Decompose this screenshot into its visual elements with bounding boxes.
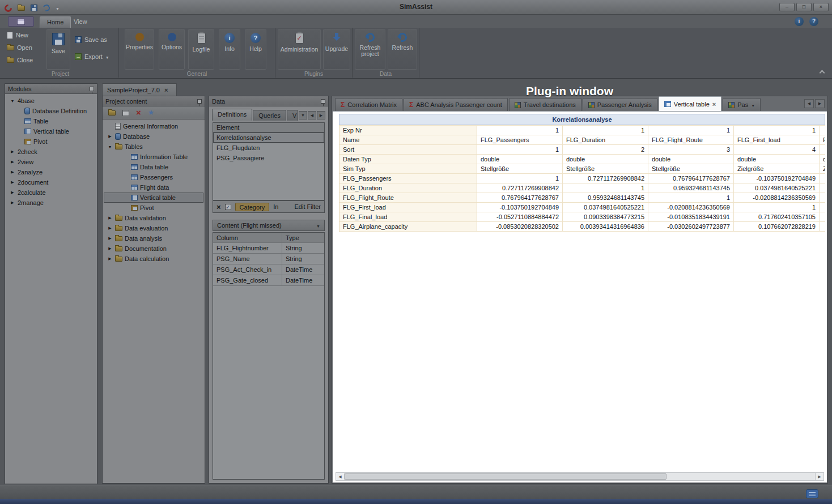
plugin-tab-correlation-matrix[interactable]: Correlation Matrix	[335, 98, 402, 111]
scroll-left-icon[interactable]	[336, 473, 345, 480]
ribbon-collapse-icon[interactable]	[820, 70, 825, 76]
tree-item[interactable]: Table	[6, 116, 96, 126]
expander-icon[interactable]	[107, 236, 113, 241]
tree-item[interactable]: Pivot	[104, 203, 203, 213]
pin-icon[interactable]	[90, 87, 94, 91]
expander-icon[interactable]	[107, 257, 113, 261]
column-row[interactable]: FLG_Flightnumber String	[213, 243, 324, 254]
administration-button[interactable]: Administration	[278, 29, 321, 70]
tree-item[interactable]: Data calculation	[104, 254, 203, 264]
plugin-tab-passenger-analysis[interactable]: Passenger Analysis	[583, 98, 657, 111]
content-dropdown-icon[interactable]	[316, 222, 320, 229]
favorite-icon[interactable]	[148, 109, 155, 116]
help-icon[interactable]: ?	[809, 17, 818, 26]
tree-item[interactable]: Data validation	[104, 213, 203, 223]
horizontal-scrollbar[interactable]	[336, 472, 824, 481]
element-item[interactable]: Korrelationsanalyse	[213, 133, 324, 143]
upgrade-button[interactable]: Upgrade	[323, 29, 350, 70]
app-menu-button[interactable]	[8, 16, 34, 27]
plugin-tab-travel-destinations[interactable]: Travel destinations	[509, 98, 581, 111]
new-button[interactable]: New	[7, 30, 28, 40]
panel-toggle-icon[interactable]	[806, 489, 818, 498]
pin-icon[interactable]	[197, 99, 202, 104]
grid-row[interactable]: FLG_Passengers 1 0.727117269908842 0.767…	[339, 174, 825, 183]
tree-item[interactable]: 2manage	[6, 198, 96, 208]
tree-item[interactable]: Data evaluation	[104, 223, 203, 233]
expander-icon[interactable]	[107, 246, 113, 251]
element-item[interactable]: FLG_Flugdaten	[213, 143, 324, 153]
expander-icon[interactable]	[10, 150, 15, 154]
help-button[interactable]: Help	[245, 29, 266, 70]
document-tab[interactable]: SampleProject_7.0	[102, 83, 177, 96]
grid-row[interactable]: Exp Nr 1 1 1 1 1	[339, 126, 825, 135]
document-tab-close-icon[interactable]	[164, 87, 168, 93]
info-icon[interactable]: i	[795, 17, 804, 26]
tree-item[interactable]: Data analysis	[104, 233, 203, 244]
tab-dropdown-icon[interactable]: ▼	[299, 111, 307, 119]
expander-icon[interactable]	[10, 99, 15, 103]
close-button[interactable]	[813, 3, 829, 11]
plugin-tab-vertical-table[interactable]: Vertical table	[659, 96, 721, 111]
tab-definitions[interactable]: Definitions	[212, 109, 252, 121]
export-button[interactable]: Export	[75, 52, 109, 62]
close-tab-icon[interactable]	[712, 101, 716, 108]
expander-icon[interactable]	[107, 216, 113, 220]
pin-icon[interactable]	[321, 99, 325, 104]
tree-item[interactable]: 2calculate	[6, 187, 96, 198]
tree-item[interactable]: 2check	[6, 147, 96, 157]
grid-row[interactable]: FLG_Duration 0.727117269908842 1 0.95932…	[339, 183, 825, 193]
tree-item[interactable]: Passengers	[104, 172, 203, 182]
grid-row[interactable]: Sort 1 2 3 4 5	[339, 145, 825, 155]
expander-icon[interactable]	[10, 170, 15, 174]
tree-item[interactable]: 2view	[6, 157, 96, 167]
tree-item[interactable]: Database Definition	[6, 106, 96, 116]
tab-scroll-right-icon[interactable]: ▶	[815, 99, 825, 108]
scrollbar-thumb[interactable]	[345, 473, 667, 480]
filter-checkbox[interactable]	[225, 204, 231, 210]
delete-icon[interactable]	[136, 109, 141, 117]
window-icon[interactable]	[122, 110, 129, 116]
tab-scroll-right-icon[interactable]: ▶	[317, 111, 325, 119]
tab-scroll-left-icon[interactable]: ◀	[308, 111, 316, 119]
tree-item[interactable]: 2analyze	[6, 167, 96, 177]
tab-queries[interactable]: Queries	[253, 110, 286, 121]
tree-item[interactable]: Database	[104, 131, 203, 142]
open-folder-icon[interactable]	[108, 110, 116, 116]
maximize-button[interactable]	[796, 3, 812, 11]
tree-item[interactable]: Vertical table	[6, 126, 96, 136]
expander-icon[interactable]	[10, 160, 15, 164]
expander-icon[interactable]	[107, 226, 113, 230]
close-button-ribbon[interactable]: Close	[7, 55, 33, 65]
column-row[interactable]: PSG_Act_Check_in DateTime	[213, 264, 324, 275]
expander-icon[interactable]	[10, 200, 15, 205]
tree-item[interactable]: Information Table	[104, 152, 203, 162]
tree-item[interactable]: Pivot	[6, 136, 96, 147]
minimize-button[interactable]	[779, 3, 795, 11]
logfile-button[interactable]: Logfile	[188, 29, 214, 70]
scrollbar-track[interactable]	[345, 473, 815, 480]
tree-item[interactable]: Data table	[104, 162, 203, 172]
grid-row[interactable]: Daten Typ double double double double do…	[339, 155, 825, 164]
tree-item[interactable]: Vertical table	[104, 193, 203, 203]
tree-item[interactable]: Tables	[104, 142, 203, 152]
tree-item[interactable]: 2document	[6, 177, 96, 187]
tree-item[interactable]: Documentation	[104, 244, 203, 254]
properties-button[interactable]: Properties	[125, 29, 154, 70]
save-as-button[interactable]: Save as	[75, 35, 107, 45]
expander-icon[interactable]	[10, 190, 15, 195]
open-button[interactable]: Open	[7, 42, 32, 53]
grid-row[interactable]: Name FLG_Passengers FLG_Duration FLG_Fli…	[339, 135, 825, 145]
edit-filter-button[interactable]: Edit Filter	[295, 203, 321, 210]
info-button[interactable]: Info	[219, 29, 240, 70]
plugin-tab-abc-analysis[interactable]: ABC Analysis Passenger count	[404, 98, 508, 111]
save-button[interactable]: Save	[46, 29, 70, 70]
tab-view[interactable]: View	[67, 16, 94, 28]
grid-row[interactable]: Sim Typ Stellgröße Stellgröße Stellgröße…	[339, 164, 825, 174]
grid-row[interactable]: FLG_Final_load -0.0527110884884472 0.090…	[339, 212, 825, 222]
filter-clear-icon[interactable]	[217, 203, 221, 211]
grid-row[interactable]: FLG_First_load -0.103750192704849 0.0374…	[339, 203, 825, 212]
tree-item[interactable]: Flight data	[104, 182, 203, 193]
grid-row[interactable]: FLG_Flight_Route 0.767964177628767 0.959…	[339, 193, 825, 203]
plugin-tab-pas[interactable]: Pas	[723, 98, 761, 111]
refresh-project-button[interactable]: Refreshproject	[355, 29, 385, 70]
